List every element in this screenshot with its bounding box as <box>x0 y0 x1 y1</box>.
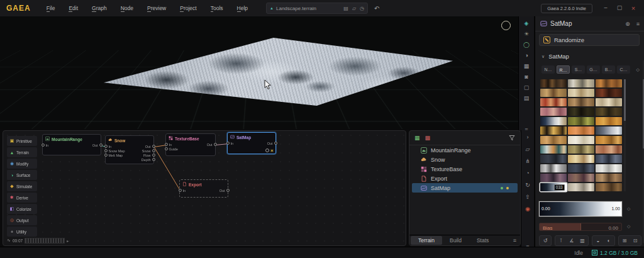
tab-stats[interactable]: Stats <box>469 236 496 245</box>
menu-node[interactable]: Node <box>114 5 140 11</box>
satmap-swatch-24[interactable] <box>540 155 567 163</box>
category-derive[interactable]: ✱Derive <box>7 193 37 203</box>
columns-button[interactable]: ▥ <box>578 237 587 245</box>
port-dot[interactable] <box>152 158 155 161</box>
port-dot[interactable] <box>104 154 108 157</box>
compare-button[interactable]: ∡ <box>567 237 576 245</box>
satmap-swatch-29[interactable] <box>596 164 622 172</box>
port-dot[interactable] <box>104 145 108 148</box>
layers-icon[interactable]: ▤ <box>524 95 530 101</box>
close-button[interactable]: × <box>629 4 638 12</box>
library-reset-icon[interactable]: ◇ <box>636 67 640 72</box>
port-dot[interactable] <box>99 143 103 147</box>
menu-tools[interactable]: Tools <box>204 5 230 11</box>
project-filebox[interactable]: ▲ Landscape.terrain ▤▱◷ <box>266 3 368 14</box>
satmap-swatch-12[interactable] <box>540 117 567 125</box>
satmap-swatch-8[interactable] <box>596 98 622 106</box>
port-dot[interactable] <box>152 145 155 148</box>
node-list-row-texturebase[interactable]: TextureBase <box>412 164 518 174</box>
contrast-icon[interactable]: ◑ <box>525 52 528 59</box>
port-dot[interactable] <box>214 143 217 146</box>
category-output[interactable]: ◎Output <box>7 215 37 225</box>
drop-button[interactable]: ◒ <box>594 237 602 245</box>
library-tab-s[interactable]: S… <box>572 65 585 74</box>
clip-icon[interactable]: ▢ <box>524 84 530 91</box>
category-colorize[interactable]: ◧Colorize <box>7 204 37 214</box>
collapse-panel-icon[interactable]: › <box>527 134 529 140</box>
port-dot[interactable] <box>274 142 277 145</box>
swatch-scrollbar[interactable] <box>624 79 626 191</box>
preview-reset-icon[interactable]: ◇ <box>627 206 630 211</box>
camera-icon[interactable]: ◙ <box>525 74 528 80</box>
reset-view-button[interactable]: ⊞ <box>620 237 629 245</box>
version-button[interactable]: Gaea 2.2.6.0 Indie <box>541 4 592 13</box>
menu-graph[interactable]: Graph <box>85 5 114 11</box>
satmap-swatch-21[interactable] <box>540 145 567 154</box>
build-icon[interactable]: ◉ <box>525 206 530 212</box>
refresh-button[interactable]: ↺ <box>541 237 550 245</box>
contrast-button[interactable]: ◐ <box>604 237 613 245</box>
duplicate-icon[interactable]: ▱ <box>352 6 356 11</box>
satmap-swatch-26[interactable] <box>596 155 622 163</box>
satmap-swatch-23[interactable] <box>596 145 622 154</box>
export-box-icon[interactable]: ⇧ <box>525 194 530 200</box>
satmap-swatch-3[interactable] <box>540 89 567 97</box>
bias-reset-icon[interactable]: ◇ <box>627 224 630 229</box>
node-list-row-satmap[interactable]: SatMap <box>412 183 518 193</box>
undo-icon[interactable]: ↶ <box>374 5 379 12</box>
pin-button[interactable]: ⊺ <box>557 237 565 245</box>
minimize-button[interactable]: – <box>601 4 610 12</box>
port-dot[interactable] <box>226 189 230 192</box>
gradient-range-preview[interactable]: 0.00 1.00 <box>539 201 622 216</box>
port-dot[interactable] <box>165 143 168 146</box>
library-tab-c[interactable]: C… <box>617 65 630 74</box>
category-terrain[interactable]: ▲Terrain <box>7 147 37 157</box>
filter-icon[interactable] <box>509 132 515 143</box>
node-snow[interactable]: SnowInSnow MapMelt MapOutSnowFlowDepth <box>105 135 154 164</box>
satmap-swatch-11[interactable] <box>596 108 622 116</box>
city-icon[interactable]: ▦ <box>524 63 530 69</box>
tab-terrain[interactable]: Terrain <box>411 236 442 245</box>
library-tab-r[interactable]: R… <box>557 65 570 74</box>
category-utility[interactable]: +Utility <box>7 227 37 237</box>
port-dot[interactable] <box>179 189 182 192</box>
maximize-button[interactable]: ▢ <box>615 4 624 12</box>
node-mountainrange[interactable]: MountainRangeInOut <box>42 134 101 155</box>
satmap-swatch-30[interactable] <box>540 174 567 182</box>
sun-icon[interactable]: ☀ <box>524 31 529 37</box>
branch-icon[interactable]: ⋔ <box>525 158 530 164</box>
satmap-swatch-35[interactable] <box>596 183 622 191</box>
node-texturebase[interactable]: TextureBaseInGuideOut <box>165 133 216 156</box>
satmap-swatch-6[interactable] <box>540 98 567 106</box>
port-dot[interactable] <box>104 149 108 152</box>
satmap-swatch-22[interactable] <box>568 145 594 154</box>
satmap-swatch-15[interactable] <box>540 126 567 135</box>
water-icon[interactable]: ◯ <box>523 42 530 48</box>
satmap-swatch-34[interactable] <box>568 183 594 191</box>
satmap-swatch-18[interactable] <box>540 136 567 144</box>
category-modify[interactable]: ◉Modify <box>7 159 37 169</box>
port-dot[interactable] <box>226 142 230 145</box>
menu-preview[interactable]: Preview <box>140 5 173 11</box>
category-simulate[interactable]: ◆Simulate <box>7 181 37 191</box>
library-tab-b[interactable]: B… <box>602 65 615 74</box>
fullscreen-button[interactable]: ⊡ <box>631 237 640 245</box>
satmap-swatch-17[interactable] <box>596 126 622 135</box>
satmap-swatch-14[interactable] <box>596 117 622 125</box>
satmap-section-header[interactable]: ∨ SatMap <box>541 53 569 60</box>
satmap-swatch-16[interactable] <box>568 126 594 135</box>
compass-indicator[interactable] <box>501 21 511 30</box>
node-list-row-export[interactable]: Export <box>412 174 518 183</box>
history-icon[interactable]: ◷ <box>360 6 364 11</box>
satmap-swatch-25[interactable] <box>568 155 594 163</box>
history-icon[interactable]: ◔ <box>526 170 529 176</box>
category-primitive[interactable]: ▣Primitive <box>7 136 37 146</box>
rotate-icon[interactable]: ↻ <box>525 182 530 188</box>
satmap-swatch-31[interactable] <box>568 174 594 182</box>
library-tab-g[interactable]: G… <box>587 65 600 74</box>
port-dot[interactable] <box>152 149 155 152</box>
port-dot[interactable] <box>152 154 155 157</box>
satmap-swatch-9[interactable] <box>540 108 567 116</box>
satmap-swatch-28[interactable] <box>568 164 594 172</box>
port-dot[interactable] <box>165 147 168 150</box>
